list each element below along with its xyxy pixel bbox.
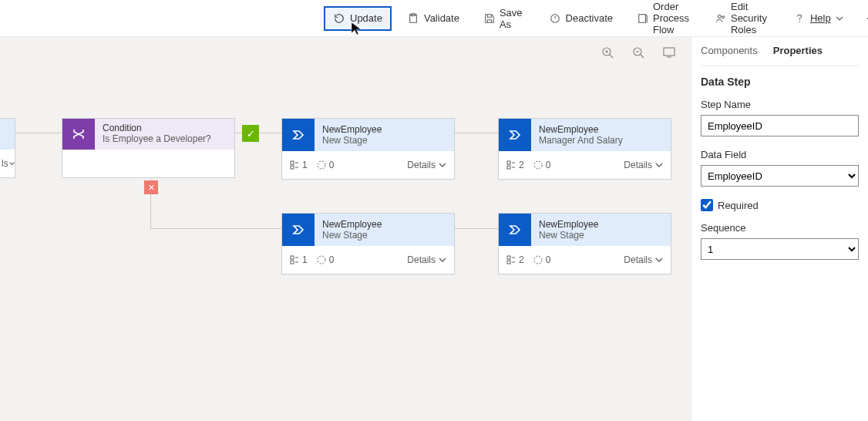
stage-title: NewEmployee [539,124,663,135]
svg-line-9 [610,55,613,58]
svg-rect-17 [291,161,294,164]
details-toggle[interactable]: Details [624,254,663,265]
pending-count: 0 [533,254,551,265]
stage-subtitle: New Stage [539,230,663,241]
svg-rect-27 [291,256,294,259]
stage-node-d[interactable]: NewEmployee New Stage 2 0 Details [498,213,671,274]
help-icon [793,12,806,25]
steps-count: 1 [290,254,308,265]
partial-details-fragment: ls [2,158,8,169]
refresh-icon [333,12,345,25]
save-as-label: Save As [500,7,524,30]
svg-rect-19 [291,166,294,169]
svg-point-5 [718,15,721,18]
svg-line-13 [641,55,644,58]
steps-count: 1 [290,160,308,170]
edit-roles-label: Edit Security Roles [731,1,769,35]
stage-subtitle: New Stage [322,230,446,241]
required-label[interactable]: Required [718,200,759,211]
workspace[interactable]: ls Condition Is Employee a Developer? ✓ … [0,37,691,421]
details-toggle[interactable]: Details [624,160,663,170]
stage-node-b[interactable]: NewEmployee Manager And Salary 2 0 Detai… [498,118,671,180]
svg-point-36 [534,256,542,264]
stage-icon [282,214,315,246]
svg-point-31 [318,256,325,264]
details-toggle[interactable]: Details [407,254,446,265]
order-flow-label: Order Process Flow [653,1,691,35]
stage-node-a[interactable]: NewEmployee New Stage 1 0 Details [281,118,455,180]
condition-node[interactable]: Condition Is Employee a Developer? [62,118,235,178]
svg-rect-32 [507,256,510,259]
svg-rect-24 [507,166,510,169]
stage-icon [499,214,531,246]
condition-false-icon: ✕ [144,180,158,194]
update-button[interactable]: Update [324,6,392,31]
toolbar: Update Validate Save As Deactivate Order… [0,0,868,37]
pending-count: 0 [317,160,335,170]
pending-count: 0 [533,160,551,170]
clipboard-icon [407,12,419,25]
sequence-label: Sequence [701,222,859,234]
tab-components[interactable]: Components [701,45,758,58]
svg-point-7 [799,21,799,22]
required-checkbox[interactable] [701,199,713,211]
deactivate-button[interactable]: Deactivate [540,6,622,31]
svg-rect-15 [664,48,675,56]
zoom-out-icon[interactable] [632,46,644,59]
svg-rect-22 [507,161,510,164]
edit-roles-button[interactable]: Edit Security Roles [706,0,778,42]
stage-node-c[interactable]: NewEmployee New Stage 1 0 Details [281,213,455,274]
svg-point-21 [318,161,325,169]
data-field-label: Data Field [701,149,859,160]
svg-rect-4 [639,14,646,22]
more-button[interactable]: ··· [859,7,868,30]
stage-title: NewEmployee [539,219,663,230]
save-as-button[interactable]: Save As [475,1,533,36]
deactivate-label: Deactivate [566,12,613,24]
help-button[interactable]: Help [784,6,853,31]
order-flow-button[interactable]: Order Process Flow [628,0,700,42]
stage-subtitle: Manager And Salary [539,135,663,146]
svg-rect-34 [507,261,510,264]
stage-node-partial[interactable]: ls [0,118,15,178]
roles-icon [715,12,726,25]
properties-panel: Components Properties Data Step Step Nam… [691,37,868,421]
validate-label: Validate [424,12,459,24]
fit-screen-icon[interactable] [663,47,675,58]
condition-subtitle: Is Employee a Developer? [103,133,227,144]
help-label: Help [810,12,831,24]
step-name-label: Step Name [701,99,859,110]
svg-rect-29 [291,261,294,264]
condition-title: Condition [103,123,227,133]
steps-count: 2 [506,160,524,170]
condition-icon [62,119,95,150]
sequence-select[interactable]: 1 [701,238,859,260]
stage-icon [499,119,531,151]
pending-count: 0 [317,254,335,265]
steps-count: 2 [506,254,524,265]
svg-point-6 [722,15,725,18]
zoom-in-icon[interactable] [601,46,614,59]
canvas-tools [601,46,675,59]
deactivate-icon [549,12,561,25]
details-toggle[interactable]: Details [407,160,446,170]
order-icon [638,12,648,25]
step-name-input[interactable] [701,115,859,136]
stage-subtitle: New Stage [322,135,446,146]
validate-button[interactable]: Validate [398,6,469,31]
chevron-down-icon [836,15,843,22]
panel-heading: Data Step [701,76,859,88]
update-label: Update [350,12,382,24]
condition-true-icon: ✓ [242,125,259,142]
save-icon [484,12,495,25]
stage-icon [282,119,315,151]
tab-properties[interactable]: Properties [773,45,823,58]
stage-title: NewEmployee [322,124,446,135]
data-field-select[interactable]: EmployeeID [701,165,859,187]
svg-point-26 [534,161,542,169]
stage-title: NewEmployee [322,219,446,230]
